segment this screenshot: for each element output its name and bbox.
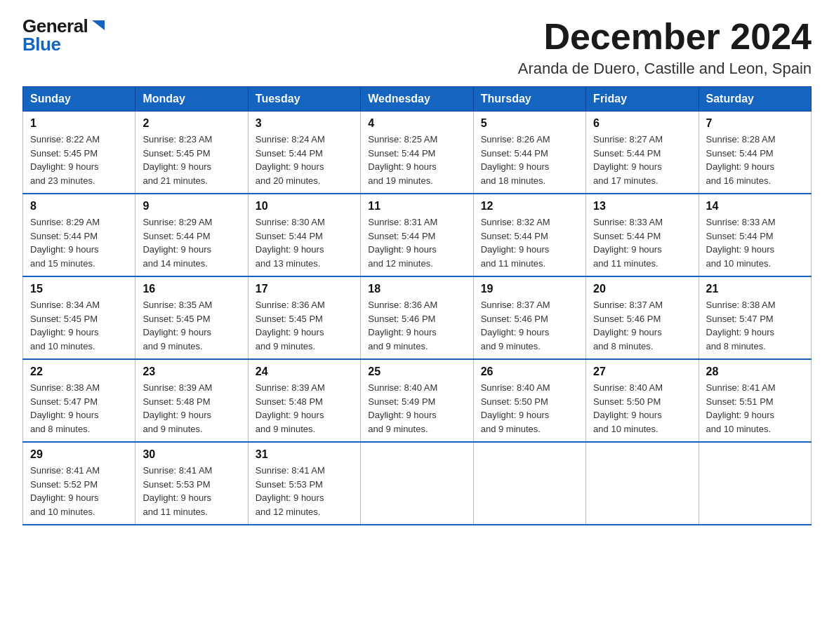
header-cell-saturday: Saturday (699, 87, 811, 112)
day-cell: 17Sunrise: 8:36 AMSunset: 5:45 PMDayligh… (248, 276, 360, 359)
day-info: Sunrise: 8:35 AMSunset: 5:45 PMDaylight:… (143, 298, 240, 353)
day-cell: 23Sunrise: 8:39 AMSunset: 5:48 PMDayligh… (135, 359, 248, 442)
day-info: Sunrise: 8:39 AMSunset: 5:48 PMDaylight:… (256, 381, 353, 436)
day-number: 6 (593, 117, 691, 130)
day-number: 12 (481, 200, 578, 213)
header-cell-sunday: Sunday (23, 87, 135, 112)
week-row-2: 8Sunrise: 8:29 AMSunset: 5:44 PMDaylight… (23, 194, 812, 276)
day-cell: 8Sunrise: 8:29 AMSunset: 5:44 PMDaylight… (23, 194, 135, 276)
header-cell-friday: Friday (586, 87, 699, 112)
day-cell: 30Sunrise: 8:41 AMSunset: 5:53 PMDayligh… (135, 442, 248, 525)
day-cell: 9Sunrise: 8:29 AMSunset: 5:44 PMDaylight… (135, 194, 248, 276)
day-info: Sunrise: 8:39 AMSunset: 5:48 PMDaylight:… (143, 381, 240, 436)
logo-blue: Blue (22, 35, 60, 53)
day-number: 14 (706, 200, 804, 213)
day-cell: 6Sunrise: 8:27 AMSunset: 5:44 PMDaylight… (586, 112, 699, 194)
week-row-3: 15Sunrise: 8:34 AMSunset: 5:45 PMDayligh… (23, 276, 812, 359)
day-number: 5 (481, 117, 578, 130)
main-title: December 2024 (518, 17, 812, 57)
day-info: Sunrise: 8:24 AMSunset: 5:44 PMDaylight:… (256, 133, 353, 187)
day-cell: 26Sunrise: 8:40 AMSunset: 5:50 PMDayligh… (473, 359, 585, 442)
day-info: Sunrise: 8:28 AMSunset: 5:44 PMDaylight:… (706, 133, 804, 187)
day-cell: 4Sunrise: 8:25 AMSunset: 5:44 PMDaylight… (361, 112, 473, 194)
day-number: 10 (256, 200, 353, 213)
day-cell: 28Sunrise: 8:41 AMSunset: 5:51 PMDayligh… (699, 359, 811, 442)
day-info: Sunrise: 8:36 AMSunset: 5:45 PMDaylight:… (256, 298, 353, 353)
day-cell (699, 442, 811, 525)
header-cell-wednesday: Wednesday (361, 87, 473, 112)
day-info: Sunrise: 8:41 AMSunset: 5:53 PMDaylight:… (143, 464, 240, 518)
day-cell: 25Sunrise: 8:40 AMSunset: 5:49 PMDayligh… (361, 359, 473, 442)
day-info: Sunrise: 8:38 AMSunset: 5:47 PMDaylight:… (706, 298, 804, 353)
day-info: Sunrise: 8:32 AMSunset: 5:44 PMDaylight:… (481, 215, 578, 270)
calendar: SundayMondayTuesdayWednesdayThursdayFrid… (22, 86, 812, 525)
day-cell: 22Sunrise: 8:38 AMSunset: 5:47 PMDayligh… (23, 359, 135, 442)
day-cell: 16Sunrise: 8:35 AMSunset: 5:45 PMDayligh… (135, 276, 248, 359)
day-cell: 1Sunrise: 8:22 AMSunset: 5:45 PMDaylight… (23, 112, 135, 194)
week-row-4: 22Sunrise: 8:38 AMSunset: 5:47 PMDayligh… (23, 359, 812, 442)
day-info: Sunrise: 8:25 AMSunset: 5:44 PMDaylight:… (368, 133, 465, 187)
day-cell: 21Sunrise: 8:38 AMSunset: 5:47 PMDayligh… (699, 276, 811, 359)
week-row-5: 29Sunrise: 8:41 AMSunset: 5:52 PMDayligh… (23, 442, 812, 525)
header-cell-monday: Monday (135, 87, 248, 112)
day-number: 16 (143, 283, 240, 295)
day-cell: 7Sunrise: 8:28 AMSunset: 5:44 PMDaylight… (699, 112, 811, 194)
day-number: 1 (30, 117, 128, 130)
day-info: Sunrise: 8:40 AMSunset: 5:49 PMDaylight:… (368, 381, 465, 436)
day-info: Sunrise: 8:34 AMSunset: 5:45 PMDaylight:… (30, 298, 128, 353)
logo-general: General (22, 17, 88, 35)
day-info: Sunrise: 8:31 AMSunset: 5:44 PMDaylight:… (368, 215, 465, 270)
day-info: Sunrise: 8:37 AMSunset: 5:46 PMDaylight:… (481, 298, 578, 353)
day-info: Sunrise: 8:26 AMSunset: 5:44 PMDaylight:… (481, 133, 578, 187)
day-info: Sunrise: 8:41 AMSunset: 5:51 PMDaylight:… (706, 381, 804, 436)
day-info: Sunrise: 8:40 AMSunset: 5:50 PMDaylight:… (481, 381, 578, 436)
day-cell: 14Sunrise: 8:33 AMSunset: 5:44 PMDayligh… (699, 194, 811, 276)
day-number: 21 (706, 283, 804, 295)
calendar-body: 1Sunrise: 8:22 AMSunset: 5:45 PMDaylight… (23, 112, 812, 525)
day-cell: 20Sunrise: 8:37 AMSunset: 5:46 PMDayligh… (586, 276, 699, 359)
day-cell: 3Sunrise: 8:24 AMSunset: 5:44 PMDaylight… (248, 112, 360, 194)
day-info: Sunrise: 8:33 AMSunset: 5:44 PMDaylight:… (706, 215, 804, 270)
calendar-header: SundayMondayTuesdayWednesdayThursdayFrid… (23, 87, 812, 112)
day-number: 2 (143, 117, 240, 130)
subtitle: Aranda de Duero, Castille and Leon, Spai… (518, 60, 812, 78)
day-info: Sunrise: 8:29 AMSunset: 5:44 PMDaylight:… (30, 215, 128, 270)
day-info: Sunrise: 8:37 AMSunset: 5:46 PMDaylight:… (593, 298, 691, 353)
day-cell: 12Sunrise: 8:32 AMSunset: 5:44 PMDayligh… (473, 194, 585, 276)
day-cell: 10Sunrise: 8:30 AMSunset: 5:44 PMDayligh… (248, 194, 360, 276)
day-number: 24 (256, 365, 353, 378)
logo-triangle-icon (91, 18, 106, 33)
day-cell: 15Sunrise: 8:34 AMSunset: 5:45 PMDayligh… (23, 276, 135, 359)
header-cell-tuesday: Tuesday (248, 87, 360, 112)
day-info: Sunrise: 8:27 AMSunset: 5:44 PMDaylight:… (593, 133, 691, 187)
day-info: Sunrise: 8:22 AMSunset: 5:45 PMDaylight:… (30, 133, 128, 187)
day-number: 27 (593, 365, 691, 378)
header-row: SundayMondayTuesdayWednesdayThursdayFrid… (23, 87, 812, 112)
day-info: Sunrise: 8:36 AMSunset: 5:46 PMDaylight:… (368, 298, 465, 353)
header-cell-thursday: Thursday (473, 87, 585, 112)
day-number: 11 (368, 200, 465, 213)
day-number: 22 (30, 365, 128, 378)
day-cell: 27Sunrise: 8:40 AMSunset: 5:50 PMDayligh… (586, 359, 699, 442)
day-cell (361, 442, 473, 525)
day-number: 28 (706, 365, 804, 378)
day-cell: 2Sunrise: 8:23 AMSunset: 5:45 PMDaylight… (135, 112, 248, 194)
day-info: Sunrise: 8:41 AMSunset: 5:52 PMDaylight:… (30, 464, 128, 518)
day-info: Sunrise: 8:40 AMSunset: 5:50 PMDaylight:… (593, 381, 691, 436)
day-cell: 13Sunrise: 8:33 AMSunset: 5:44 PMDayligh… (586, 194, 699, 276)
day-number: 25 (368, 365, 465, 378)
day-number: 30 (143, 448, 240, 461)
day-cell: 5Sunrise: 8:26 AMSunset: 5:44 PMDaylight… (473, 112, 585, 194)
day-number: 15 (30, 283, 128, 295)
day-cell: 24Sunrise: 8:39 AMSunset: 5:48 PMDayligh… (248, 359, 360, 442)
svg-marker-0 (92, 20, 105, 30)
day-info: Sunrise: 8:23 AMSunset: 5:45 PMDaylight:… (143, 133, 240, 187)
day-cell (586, 442, 699, 525)
day-cell: 19Sunrise: 8:37 AMSunset: 5:46 PMDayligh… (473, 276, 585, 359)
logo: General Blue (22, 17, 106, 53)
day-info: Sunrise: 8:30 AMSunset: 5:44 PMDaylight:… (256, 215, 353, 270)
day-number: 19 (481, 283, 578, 295)
day-number: 18 (368, 283, 465, 295)
day-number: 8 (30, 200, 128, 213)
day-number: 20 (593, 283, 691, 295)
